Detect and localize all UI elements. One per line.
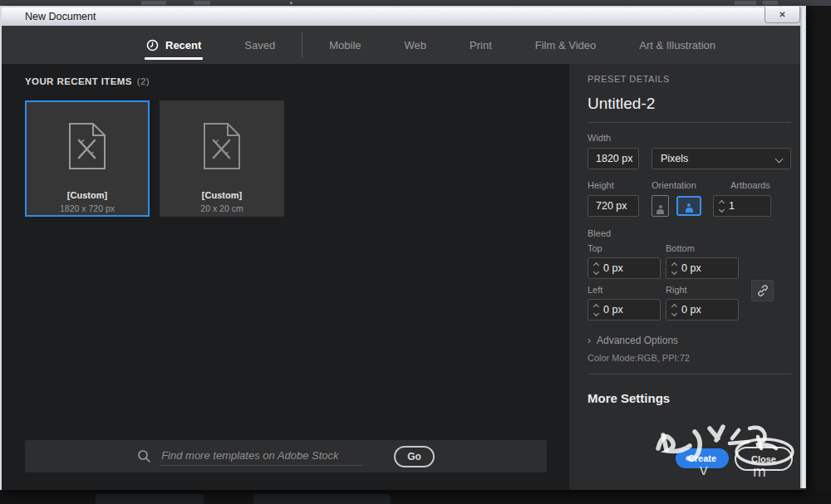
bleed-label: Bleed	[588, 228, 791, 238]
new-document-dialog: New Document ✕ Recent Saved Mobile Web P…	[0, 6, 806, 490]
recent-items-heading: YOUR RECENT ITEMS(2)	[25, 76, 569, 86]
background-toolbar-item	[763, 1, 778, 5]
portrait-person-icon	[656, 205, 664, 214]
tab-art-illustration[interactable]: Art & Illustration	[617, 26, 737, 64]
document-template-icon	[68, 122, 106, 174]
tab-web[interactable]: Web	[383, 26, 449, 64]
recent-template-card-custom-20x20[interactable]: [Custom] 20 x 20 cm	[160, 100, 284, 217]
recent-items-area: YOUR RECENT ITEMS(2) [Custom] 1820 x 720…	[2, 64, 569, 490]
tab-label: Saved	[244, 39, 275, 51]
bleed-link-values-button[interactable]	[751, 280, 774, 301]
advanced-options-label: Advanced Options	[597, 335, 678, 346]
stepper-down-icon	[593, 268, 599, 274]
bleed-bottom-field[interactable]: 0 px	[666, 257, 739, 279]
stepper-down-icon	[671, 268, 677, 274]
bleed-top-stepper[interactable]	[588, 263, 603, 274]
template-size: 1820 x 720 px	[60, 203, 115, 213]
tab-mobile[interactable]: Mobile	[307, 26, 382, 64]
bleed-right-field[interactable]: 0 px	[666, 299, 739, 321]
template-name: [Custom]	[67, 190, 107, 200]
stepper-up-icon	[671, 262, 677, 267]
landscape-person-icon	[686, 203, 693, 213]
tab-recent[interactable]: Recent	[125, 26, 223, 64]
recent-items-count: (2)	[137, 76, 150, 86]
tab-film-video[interactable]: Film & Video	[514, 26, 617, 64]
dialog-scrollbar[interactable]	[800, 7, 806, 488]
stepper-up-icon	[593, 303, 599, 309]
background-panel	[96, 494, 204, 504]
bleed-bottom-label: Bottom	[666, 243, 739, 253]
bleed-left-value: 0 px	[603, 304, 623, 316]
bleed-bottom-stepper[interactable]	[666, 263, 681, 274]
search-icon	[137, 449, 151, 463]
template-size: 20 x 20 cm	[200, 203, 243, 213]
stepper-up-icon	[719, 199, 725, 205]
tab-label: Web	[405, 39, 427, 51]
recent-template-card-custom-1820x720[interactable]: [Custom] 1820 x 720 px	[25, 100, 150, 217]
artboards-stepper[interactable]	[714, 201, 729, 212]
artboards-value: 1	[729, 200, 735, 212]
bleed-top-value: 0 px	[603, 262, 623, 274]
background-toolbar-dot	[290, 2, 293, 4]
bleed-left-label: Left	[588, 285, 661, 295]
template-name: [Custom]	[202, 190, 242, 200]
preset-details-heading: PRESET DETAILS	[588, 74, 791, 84]
tab-label: Mobile	[329, 39, 361, 51]
background-toolbar-item	[735, 1, 756, 5]
advanced-options-toggle[interactable]: › Advanced Options	[588, 335, 791, 346]
height-input[interactable]	[588, 195, 639, 217]
dialog-titlebar[interactable]: New Document	[2, 7, 806, 26]
clock-icon	[146, 39, 159, 51]
document-template-icon	[203, 122, 241, 174]
document-name-field[interactable]: Untitled-2	[588, 95, 791, 123]
color-mode-summary: Color Mode:RGB, PPI:72	[588, 353, 791, 363]
preset-details-panel: PRESET DETAILS Untitled-2 Width Pixels H…	[569, 64, 806, 490]
orientation-label: Orientation	[652, 180, 730, 190]
bleed-right-value: 0 px	[681, 304, 701, 316]
background-app-toolbar	[0, 0, 831, 6]
tab-label: Film & Video	[535, 39, 596, 51]
stepper-down-icon	[593, 310, 599, 316]
width-label: Width	[588, 133, 791, 143]
artboards-field[interactable]: 1	[713, 195, 771, 217]
close-icon: ✕	[779, 10, 785, 19]
stepper-up-icon	[593, 262, 599, 267]
orientation-portrait-button[interactable]	[652, 195, 669, 217]
more-settings-link[interactable]: More Settings	[588, 391, 791, 405]
create-button[interactable]: Create	[676, 448, 729, 468]
bleed-left-field[interactable]: 0 px	[588, 299, 661, 321]
bleed-top-label: Top	[588, 243, 661, 253]
category-tabs: Recent Saved Mobile Web Print Film & Vid…	[2, 26, 806, 64]
stepper-down-icon	[671, 310, 677, 316]
tab-print[interactable]: Print	[448, 26, 514, 64]
dialog-close-button[interactable]: ✕	[765, 7, 800, 23]
search-input[interactable]	[160, 448, 362, 466]
units-selected-value: Pixels	[661, 153, 776, 164]
recent-items-heading-text: YOUR RECENT ITEMS	[25, 76, 132, 86]
tab-saved[interactable]: Saved	[223, 26, 297, 64]
dialog-title: New Document	[25, 11, 96, 22]
orientation-landscape-button[interactable]	[676, 196, 701, 216]
background-panel	[253, 494, 391, 504]
units-dropdown[interactable]: Pixels	[652, 148, 791, 169]
background-app-bottom	[0, 491, 831, 504]
link-icon	[756, 284, 770, 297]
tab-label: Print	[470, 39, 492, 51]
bleed-left-stepper[interactable]	[588, 305, 603, 316]
close-dialog-button[interactable]: Close	[735, 447, 793, 471]
bleed-top-field[interactable]: 0 px	[588, 257, 661, 279]
bleed-right-stepper[interactable]	[666, 305, 681, 316]
go-button[interactable]: Go	[394, 446, 435, 467]
chevron-down-icon	[775, 154, 784, 163]
active-tab-underline	[145, 57, 203, 60]
panel-divider	[588, 374, 791, 374]
width-input[interactable]	[588, 148, 639, 169]
tab-divider	[302, 32, 302, 57]
bleed-bottom-value: 0 px	[681, 262, 701, 274]
background-toolbar-item	[141, 1, 166, 5]
height-label: Height	[588, 180, 652, 190]
bleed-right-label: Right	[666, 285, 739, 295]
artboards-label: Artboards	[730, 180, 770, 190]
adobe-stock-search-bar: Go	[25, 440, 547, 472]
tab-label: Recent	[165, 39, 201, 51]
